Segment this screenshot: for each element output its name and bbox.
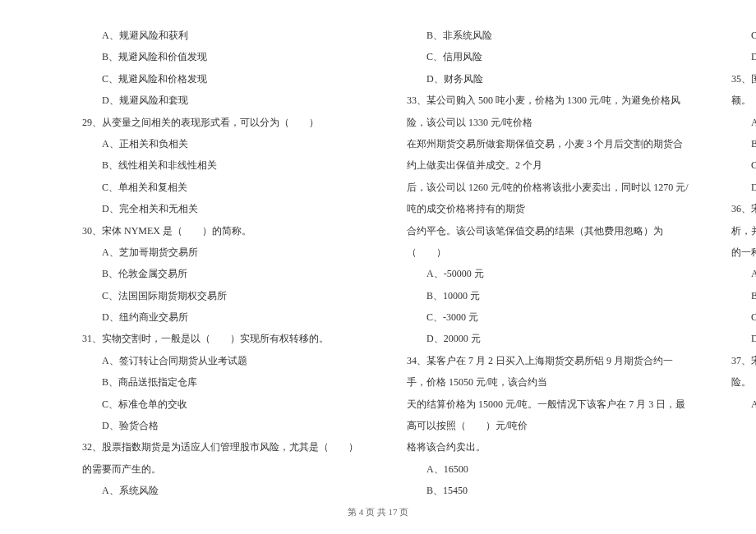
- q34-line3: 格将该合约卖出。: [407, 436, 690, 458]
- q35-option-d: D、服务、转让和资本: [731, 177, 756, 198]
- q29-option-d: D、完全相关和无相关: [82, 198, 366, 219]
- q32-option-d: D、财务风险: [407, 68, 690, 90]
- q33-option-a: A、-50000 元: [407, 263, 690, 284]
- q33-option-c: C、-3000 元: [407, 306, 690, 328]
- q34-option-c: C、15750: [731, 25, 756, 46]
- q30-option-b: B、伦敦金属交易所: [82, 263, 366, 284]
- q36-option-d: D、算法交易: [731, 328, 756, 349]
- q31-option-a: A、签订转让合同期货从业考试题: [82, 350, 366, 371]
- q36-line1: 36、宋体（ ）是指通过定量方法对信息进行整理、加工和分析，并利用分析结果进行投…: [731, 198, 756, 242]
- q28-option-c: C、规避风险和价格发现: [82, 68, 366, 90]
- q37: 37、宋体（ ）是期货交易中最常见、最需要重视的一种风险。: [731, 350, 756, 394]
- q35-option-c: C、贸易、转让和资本: [731, 154, 756, 176]
- q30-option-c: C、法国国际期货期权交易所: [82, 285, 366, 306]
- q28-option-b: B、规避风险和价值发现: [82, 46, 366, 67]
- q28-option-a: A、规避风险和获利: [82, 25, 366, 46]
- q30-option-a: A、芝加哥期货交易所: [82, 242, 366, 263]
- q28-option-d: D、规避风险和套现: [82, 90, 366, 111]
- q32: 32、股票指数期货是为适应人们管理股市风险，尤其是（ ）的需要而产生的。: [82, 436, 366, 480]
- q31-option-b: B、商品送抵指定仓库: [82, 371, 366, 393]
- q30: 30、宋体 NYMEX 是（ ）的简称。: [82, 220, 366, 242]
- q33-option-d: D、20000 元: [407, 328, 690, 349]
- q33-line1: 33、某公司购入 500 吨小麦，价格为 1300 元/吨，为避免价格风险，该公…: [407, 90, 690, 133]
- q34-option-b: B、15450: [407, 480, 690, 501]
- q32-option-a: A、系统风险: [82, 480, 366, 501]
- q32-option-b: B、非系统风险: [407, 25, 690, 46]
- q31-option-d: D、验货合格: [82, 415, 366, 436]
- q34-line2: 天的结算价格为 15000 元/吨。一般情况下该客户在 7 月 3 日，最高可以…: [407, 394, 690, 437]
- q33-line4: 合约平仓。该公司该笔保值交易的结果（其他费用忽略）为（ ）: [407, 220, 690, 264]
- q32-option-c: C、信用风险: [407, 46, 690, 67]
- q29-option-b: B、线性相关和非线性相关: [82, 154, 366, 176]
- q33-line2: 在郑州期货交易所做套期保值交易，小麦 3 个月后交割的期货合约上做卖出保值并成交…: [407, 133, 690, 177]
- q29-option-a: A、正相关和负相关: [82, 133, 366, 154]
- q29: 29、从变量之间相关的表现形式看，可以分为（ ）: [82, 112, 366, 133]
- q30-option-d: D、纽约商业交易所: [82, 306, 366, 328]
- q31-option-c: C、标准仓单的交收: [82, 394, 366, 415]
- q36-option-b: B、量化交易: [731, 285, 756, 306]
- q34-option-d: D、15650: [731, 46, 756, 67]
- q36-line2: 的一种交易方式。: [731, 242, 756, 263]
- q35: 35、国际收支经常项目差额是指（ ）三项差额相抵后的净差额。: [731, 68, 756, 112]
- q33-option-b: B、10000 元: [407, 285, 690, 306]
- q29-option-c: C、单相关和复相关: [82, 177, 366, 198]
- q34-line1: 34、某客户在 7 月 2 日买入上海期货交易所铝 9 月期货合约一手，价格 1…: [407, 350, 690, 394]
- q37-option-a: A、市场风险: [731, 394, 756, 415]
- q33-line3: 后，该公司以 1260 元/吨的价格将该批小麦卖出，同时以 1270 元/吨的成…: [407, 177, 690, 220]
- q35-option-a: A、贸易、资本和储备资产: [731, 112, 756, 133]
- q36-option-c: C、高频交易: [731, 306, 756, 328]
- page-footer: 第 4 页 共 17 页: [0, 502, 756, 522]
- q31: 31、实物交割时，一般是以（ ）实现所有权转移的。: [82, 328, 366, 349]
- q35-option-b: B、贸易、服务和转让: [731, 133, 756, 154]
- q34-option-a: A、16500: [407, 458, 690, 480]
- q36-option-a: A、程序化交易: [731, 263, 756, 284]
